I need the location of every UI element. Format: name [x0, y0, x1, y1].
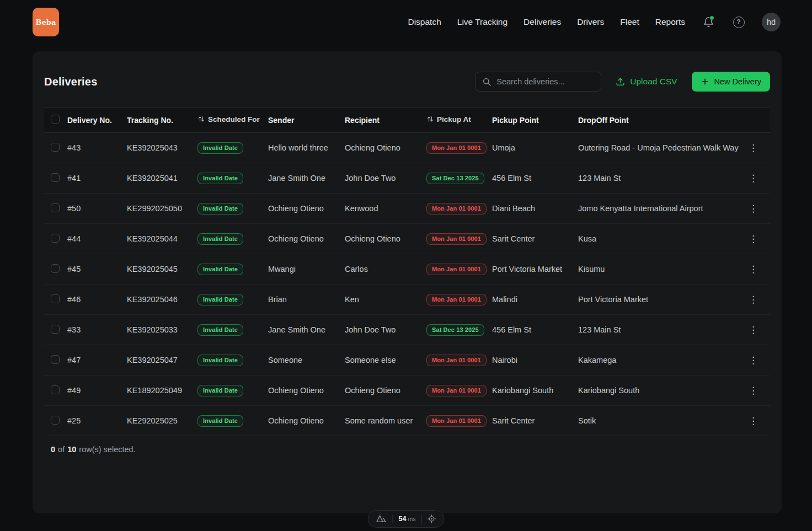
column-header-scheduled-for[interactable]: Scheduled For	[197, 115, 260, 124]
pickup-at-badge: Mon Jan 01 0001	[426, 233, 487, 245]
nav-item-dispatch[interactable]: Dispatch	[408, 17, 441, 27]
delivery-no-cell: #43	[67, 133, 127, 163]
nav-item-reports[interactable]: Reports	[655, 17, 685, 27]
pickup-at-badge: Mon Jan 01 0001	[426, 415, 487, 427]
table-header-row: Delivery No. Tracking No. Scheduled For …	[44, 108, 770, 133]
devtools-preferences-button[interactable]	[427, 514, 436, 523]
tracking-no-cell: KE392025033	[127, 315, 197, 345]
table-row: #46 KE392025046 Invalid Date Brian Ken M…	[44, 285, 770, 315]
sender-cell: Ochieng Otieno	[268, 224, 345, 254]
turbopack-triangles-icon	[376, 514, 387, 523]
user-avatar[interactable]: hd	[762, 13, 781, 31]
row-actions-button[interactable]: ⋮	[744, 414, 762, 428]
row-checkbox[interactable]	[51, 143, 60, 152]
nav-item-deliveries[interactable]: Deliveries	[523, 17, 561, 27]
row-actions-button[interactable]: ⋮	[744, 384, 762, 398]
table-row: #44 KE392025044 Invalid Date Ochieng Oti…	[44, 224, 770, 254]
selected-count: 0	[51, 445, 55, 454]
table-row: #25 KE292025025 Invalid Date Ochieng Oti…	[44, 406, 770, 436]
pickup-point-cell: Kariobangi South	[492, 376, 578, 406]
sender-cell: Someone	[268, 345, 345, 376]
divider	[421, 515, 421, 523]
recipient-cell: Carlos	[345, 254, 426, 285]
scheduled-for-badge: Invalid Date	[197, 142, 243, 154]
dropoff-point-cell: Kariobangi South	[578, 376, 742, 406]
latency-unit: ms	[408, 516, 415, 522]
row-actions-button[interactable]: ⋮	[744, 232, 762, 246]
table-row: #45 KE392025045 Invalid Date Mwangi Carl…	[44, 254, 770, 285]
nav-item-live-tracking[interactable]: Live Tracking	[457, 17, 507, 27]
row-actions-button[interactable]: ⋮	[744, 353, 762, 367]
row-checkbox[interactable]	[51, 325, 60, 334]
row-checkbox[interactable]	[51, 385, 60, 394]
tracking-no-cell: KE392025046	[127, 285, 197, 315]
upload-csv-button[interactable]: Upload CSV	[616, 77, 677, 87]
tracking-no-cell: KE392025043	[127, 133, 197, 163]
row-checkbox[interactable]	[51, 234, 60, 243]
recipient-cell: John Doe Two	[345, 163, 426, 194]
pickup-point-cell: 456 Elm St	[492, 163, 578, 194]
sort-icon	[426, 115, 434, 123]
nav-item-drivers[interactable]: Drivers	[577, 17, 604, 27]
pickup-point-cell: Nairobi	[492, 345, 578, 376]
app-logo[interactable]: Beba	[33, 8, 59, 36]
pickup-at-badge: Sat Dec 13 2025	[426, 173, 484, 184]
scheduled-for-badge: Invalid Date	[197, 415, 243, 427]
pickup-at-badge: Mon Jan 01 0001	[426, 264, 487, 275]
row-actions-button[interactable]: ⋮	[744, 262, 762, 276]
toolbar: Upload CSV New Delivery	[475, 72, 770, 92]
tracking-no-cell: KE2992025050	[127, 194, 197, 224]
new-delivery-button[interactable]: New Delivery	[692, 72, 770, 92]
search-input[interactable]	[496, 77, 600, 86]
scheduled-for-badge: Invalid Date	[197, 173, 243, 184]
new-delivery-label: New Delivery	[714, 77, 761, 86]
dropoff-point-cell: 123 Main St	[578, 163, 742, 194]
pickup-point-cell: Malindi	[492, 285, 578, 315]
sender-cell: Hello world three	[268, 133, 345, 163]
table-row: #43 KE392025043 Invalid Date Hello world…	[44, 133, 770, 163]
row-checkbox[interactable]	[51, 355, 60, 364]
row-actions-button[interactable]: ⋮	[744, 202, 762, 216]
card-header: Deliveries Upload CSV	[44, 51, 770, 107]
scheduled-for-badge: Invalid Date	[197, 203, 243, 214]
row-actions-button[interactable]: ⋮	[744, 323, 762, 337]
target-icon	[427, 514, 436, 523]
sender-cell: Brian	[268, 285, 345, 315]
recipient-cell: Someone else	[345, 345, 426, 376]
row-checkbox[interactable]	[51, 416, 60, 425]
nav-item-fleet[interactable]: Fleet	[620, 17, 639, 27]
delivery-no-cell: #25	[67, 406, 127, 436]
column-header-dropoff-point: DropOff Point	[578, 108, 742, 133]
sender-cell: Mwangi	[268, 254, 345, 285]
row-checkbox[interactable]	[51, 294, 60, 303]
delivery-no-cell: #33	[67, 315, 127, 345]
pickup-point-cell: Sarit Center	[492, 406, 578, 436]
sender-cell: Ochieng Otieno	[268, 194, 345, 224]
recipient-cell: Ochieng Otieno	[345, 376, 426, 406]
dropoff-point-cell: Port Victoria Market	[578, 285, 742, 315]
main-nav: Dispatch Live Tracking Deliveries Driver…	[408, 13, 781, 31]
select-all-checkbox[interactable]	[51, 115, 60, 124]
delivery-no-cell: #46	[67, 285, 127, 315]
pickup-at-badge: Sat Dec 13 2025	[426, 324, 484, 336]
delivery-no-cell: #41	[67, 163, 127, 194]
row-checkbox[interactable]	[51, 173, 60, 182]
column-header-tracking-no: Tracking No.	[127, 108, 197, 133]
pickup-at-badge: Mon Jan 01 0001	[426, 385, 487, 396]
sort-icon	[197, 115, 205, 123]
delivery-no-cell: #44	[67, 224, 127, 254]
row-actions-button[interactable]: ⋮	[744, 171, 762, 185]
row-checkbox[interactable]	[51, 203, 60, 212]
dropoff-point-cell: Jomo Kenyatta International Airport	[578, 194, 742, 224]
help-button[interactable]: ?	[731, 15, 746, 29]
notifications-button[interactable]	[701, 15, 715, 29]
tracking-no-cell: KE1892025049	[127, 376, 197, 406]
delivery-no-cell: #45	[67, 254, 127, 285]
row-checkbox[interactable]	[51, 264, 60, 273]
devtools-logo-button[interactable]	[376, 514, 387, 523]
row-actions-button[interactable]: ⋮	[744, 141, 762, 155]
scheduled-for-badge: Invalid Date	[197, 233, 243, 245]
deliveries-card: Deliveries Upload CSV	[33, 51, 782, 513]
column-header-pickup-at[interactable]: Pickup At	[426, 115, 471, 124]
row-actions-button[interactable]: ⋮	[744, 293, 762, 307]
